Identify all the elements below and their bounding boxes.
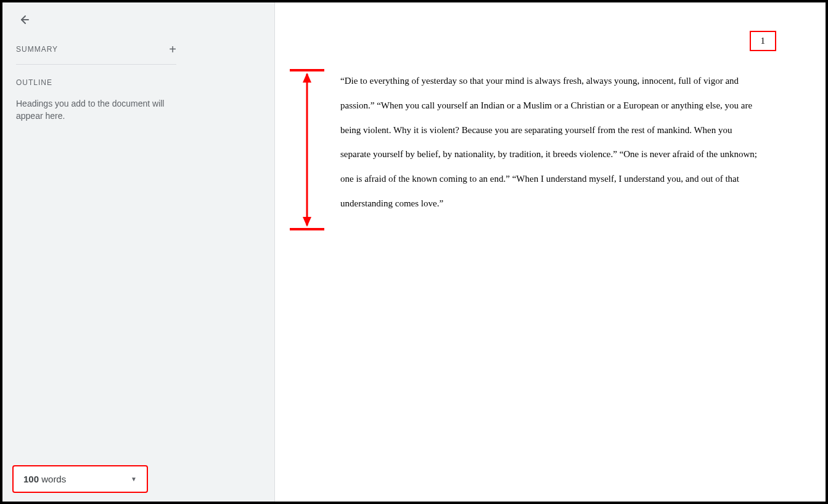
word-count-dropdown[interactable]: 100 words ▼ <box>12 465 148 493</box>
summary-label: SUMMARY <box>16 45 58 54</box>
summary-section-header: SUMMARY + <box>16 43 176 65</box>
outline-hint: Headings you add to the document will ap… <box>16 98 182 122</box>
add-summary-button[interactable]: + <box>169 43 176 55</box>
word-count-number: 100 <box>23 474 39 484</box>
svg-marker-3 <box>303 73 311 83</box>
page-number: 1 <box>750 31 777 51</box>
chevron-down-icon: ▼ <box>131 476 137 482</box>
word-count-text: 100 words <box>23 474 66 484</box>
outline-label: OUTLINE <box>16 78 261 87</box>
sidebar: SUMMARY + OUTLINE Headings you add to th… <box>2 2 275 502</box>
document-body[interactable]: “Die to everything of yesterday so that … <box>340 69 760 216</box>
word-count-unit: words <box>41 474 66 484</box>
svg-marker-4 <box>303 217 311 227</box>
vertical-span-annotation <box>290 69 324 233</box>
back-button[interactable] <box>16 12 31 27</box>
document-area: 1 “Die to everything of yesterday so tha… <box>275 2 826 502</box>
